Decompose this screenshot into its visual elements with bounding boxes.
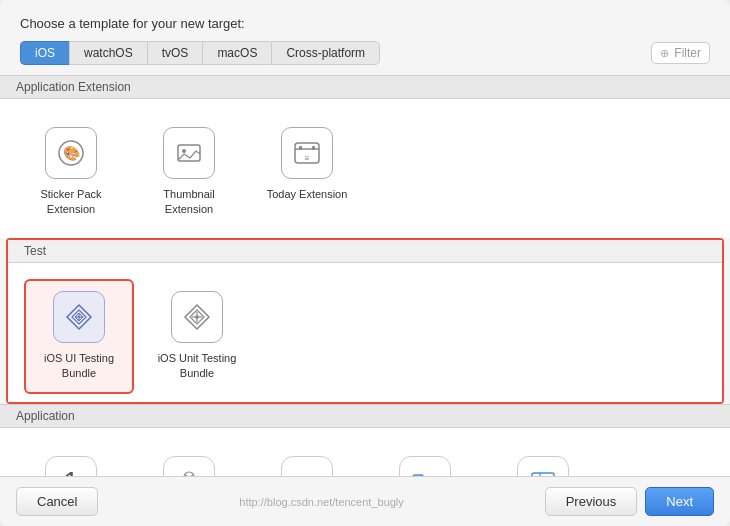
folder-svg — [410, 467, 440, 476]
watermark: http://blog.csdn.net/tencent_bugly — [106, 496, 536, 508]
section-test-wrapper: Test — [6, 238, 724, 404]
unit-testing-svg — [182, 302, 212, 332]
game-svg — [174, 467, 204, 476]
tab-watchos[interactable]: watchOS — [69, 41, 147, 65]
section-application: Application 1 Single View App — [0, 404, 730, 476]
test-grid: iOS UI Testing Bundle — [8, 263, 722, 402]
item-game[interactable]: Game — [134, 444, 244, 476]
ar-icon: AR — [281, 456, 333, 476]
cancel-button[interactable]: Cancel — [16, 487, 98, 516]
app-grid: 1 Single View App — [0, 428, 730, 476]
sticker-pack-icon: 🎨 — [45, 127, 97, 179]
thumbnail-svg — [174, 138, 204, 168]
ar-glyph: AR — [299, 474, 316, 476]
svg-point-19 — [191, 475, 193, 476]
section-application-extension: Application Extension 🎨 Sticker Pack Ext… — [0, 75, 730, 238]
number-one-glyph: 1 — [63, 466, 79, 476]
filter-icon: ⊕ — [660, 47, 669, 60]
svg-rect-25 — [532, 473, 554, 476]
tabs-row: iOS watchOS tvOS macOS Cross-platform ⊕ … — [20, 41, 710, 65]
section-header-test: Test — [8, 240, 722, 263]
game-icon — [163, 456, 215, 476]
filter-box[interactable]: ⊕ Filter — [651, 42, 710, 64]
item-master-detail[interactable]: Master-Detail App — [488, 444, 598, 476]
ios-ui-testing-label: iOS UI Testing Bundle — [34, 351, 124, 382]
item-document[interactable]: Document Based App — [370, 444, 480, 476]
item-thumbnail[interactable]: Thumbnail Extension — [134, 115, 244, 230]
item-single-view[interactable]: 1 Single View App — [16, 444, 126, 476]
dialog-title: Choose a template for your new target: — [20, 16, 710, 31]
tab-crossplatform[interactable]: Cross-platform — [271, 41, 380, 65]
previous-button[interactable]: Previous — [545, 487, 638, 516]
today-icon: ≡ — [281, 127, 333, 179]
platform-tabs: iOS watchOS tvOS macOS Cross-platform — [20, 41, 380, 65]
ios-unit-testing-icon — [171, 291, 223, 343]
svg-point-3 — [182, 149, 186, 153]
app-ext-grid: 🎨 Sticker Pack Extension Thumbnail — [0, 99, 730, 238]
single-view-icon: 1 — [45, 456, 97, 476]
sticker-svg: 🎨 — [56, 138, 86, 168]
item-ar[interactable]: AR Augmented Reality App — [252, 444, 362, 476]
item-ios-ui-testing[interactable]: iOS UI Testing Bundle — [24, 279, 134, 394]
svg-text:🎨: 🎨 — [63, 145, 81, 162]
svg-rect-7 — [312, 146, 315, 150]
filter-placeholder: Filter — [674, 46, 701, 60]
svg-rect-6 — [299, 146, 302, 150]
tab-ios[interactable]: iOS — [20, 41, 69, 65]
master-detail-icon — [517, 456, 569, 476]
today-svg: ≡ — [292, 138, 322, 168]
section-test: Test — [8, 240, 722, 402]
master-detail-svg — [528, 467, 558, 476]
sticker-pack-label: Sticker Pack Extension — [26, 187, 116, 218]
item-ios-unit-testing[interactable]: iOS Unit Testing Bundle — [142, 279, 252, 394]
today-label: Today Extension — [267, 187, 348, 202]
svg-point-11 — [195, 315, 199, 319]
document-icon — [399, 456, 451, 476]
tab-macos[interactable]: macOS — [202, 41, 271, 65]
svg-point-18 — [185, 475, 187, 476]
next-button[interactable]: Next — [645, 487, 714, 516]
item-sticker-pack[interactable]: 🎨 Sticker Pack Extension — [16, 115, 126, 230]
item-today[interactable]: ≡ Today Extension — [252, 115, 362, 230]
section-header-app-ext: Application Extension — [0, 75, 730, 99]
header: Choose a template for your new target: i… — [0, 0, 730, 75]
section-header-app: Application — [0, 404, 730, 428]
footer: Cancel http://blog.csdn.net/tencent_bugl… — [0, 476, 730, 526]
ios-unit-testing-label: iOS Unit Testing Bundle — [152, 351, 242, 382]
svg-rect-2 — [178, 145, 200, 161]
tab-tvos[interactable]: tvOS — [147, 41, 203, 65]
scroll-content[interactable]: Application Extension 🎨 Sticker Pack Ext… — [0, 75, 730, 476]
thumbnail-icon — [163, 127, 215, 179]
ui-testing-svg — [64, 302, 94, 332]
thumbnail-label: Thumbnail Extension — [144, 187, 234, 218]
svg-text:≡: ≡ — [305, 154, 310, 163]
dialog: Choose a template for your new target: i… — [0, 0, 730, 526]
ios-ui-testing-icon — [53, 291, 105, 343]
